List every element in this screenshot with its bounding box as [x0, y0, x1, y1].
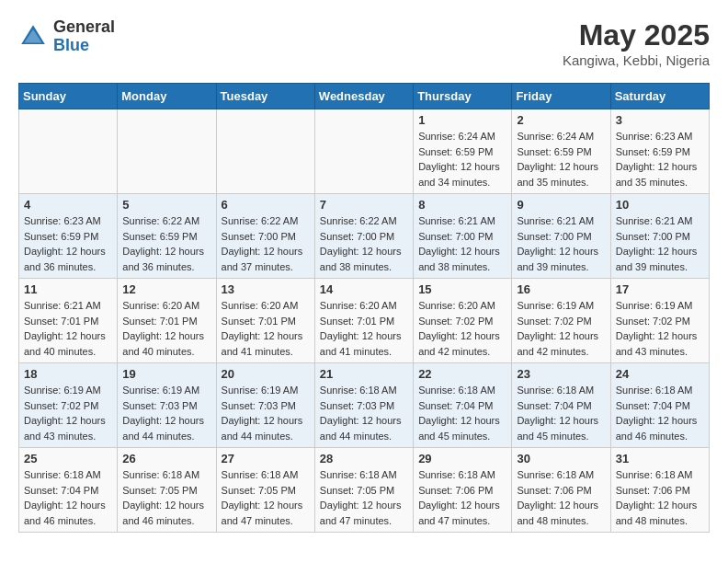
month-title: May 2025	[563, 18, 710, 52]
day-number: 21	[320, 367, 408, 381]
logo-general: General	[53, 17, 115, 36]
calendar-cell: 22Sunrise: 6:18 AM Sunset: 7:04 PM Dayli…	[414, 363, 512, 448]
day-number: 27	[222, 452, 310, 465]
calendar-week-row: 4Sunrise: 6:23 AM Sunset: 6:59 PM Daylig…	[19, 194, 710, 279]
calendar-cell	[118, 109, 216, 194]
weekday-header: Tuesday	[216, 84, 314, 109]
day-info: Sunrise: 6:19 AM Sunset: 7:03 PM Dayligh…	[222, 383, 310, 443]
calendar-week-row: 25Sunrise: 6:18 AM Sunset: 7:04 PM Dayli…	[19, 448, 710, 533]
day-number: 4	[24, 198, 112, 212]
weekday-header: Wednesday	[314, 84, 413, 109]
day-number: 19	[122, 367, 210, 381]
calendar-cell: 31Sunrise: 6:18 AM Sunset: 7:06 PM Dayli…	[610, 448, 709, 533]
calendar-cell: 13Sunrise: 6:20 AM Sunset: 7:01 PM Dayli…	[216, 279, 314, 363]
calendar-cell: 7Sunrise: 6:22 AM Sunset: 7:00 PM Daylig…	[314, 194, 413, 279]
calendar-cell: 16Sunrise: 6:19 AM Sunset: 7:02 PM Dayli…	[512, 279, 610, 363]
calendar-cell: 21Sunrise: 6:18 AM Sunset: 7:03 PM Dayli…	[314, 363, 413, 448]
calendar-cell: 25Sunrise: 6:18 AM Sunset: 7:04 PM Dayli…	[19, 448, 118, 533]
day-info: Sunrise: 6:19 AM Sunset: 7:02 PM Dayligh…	[517, 298, 605, 359]
calendar-cell: 9Sunrise: 6:21 AM Sunset: 7:00 PM Daylig…	[512, 194, 610, 279]
day-info: Sunrise: 6:20 AM Sunset: 7:01 PM Dayligh…	[222, 298, 310, 359]
calendar-cell: 4Sunrise: 6:23 AM Sunset: 6:59 PM Daylig…	[19, 194, 118, 279]
calendar-cell: 10Sunrise: 6:21 AM Sunset: 7:00 PM Dayli…	[610, 194, 709, 279]
calendar-week-row: 1Sunrise: 6:24 AM Sunset: 6:59 PM Daylig…	[19, 109, 710, 194]
calendar-cell: 2Sunrise: 6:24 AM Sunset: 6:59 PM Daylig…	[512, 109, 610, 194]
day-number: 5	[122, 198, 210, 212]
day-number: 31	[616, 452, 704, 465]
day-number: 23	[517, 367, 605, 381]
calendar-cell	[19, 109, 118, 194]
day-number: 14	[320, 282, 408, 296]
day-info: Sunrise: 6:18 AM Sunset: 7:05 PM Dayligh…	[222, 467, 310, 528]
day-number: 2	[517, 113, 605, 127]
location: Kangiwa, Kebbi, Nigeria	[563, 52, 710, 68]
day-number: 1	[418, 113, 506, 127]
calendar-cell: 15Sunrise: 6:20 AM Sunset: 7:02 PM Dayli…	[414, 279, 512, 363]
day-number: 30	[517, 452, 605, 465]
day-info: Sunrise: 6:19 AM Sunset: 7:03 PM Dayligh…	[122, 383, 210, 443]
calendar-cell: 18Sunrise: 6:19 AM Sunset: 7:02 PM Dayli…	[19, 363, 118, 448]
calendar-table: SundayMondayTuesdayWednesdayThursdayFrid…	[18, 83, 710, 533]
day-info: Sunrise: 6:18 AM Sunset: 7:04 PM Dayligh…	[418, 383, 506, 443]
calendar-cell: 1Sunrise: 6:24 AM Sunset: 6:59 PM Daylig…	[414, 109, 512, 194]
calendar-cell	[216, 109, 314, 194]
day-info: Sunrise: 6:19 AM Sunset: 7:02 PM Dayligh…	[616, 298, 704, 359]
day-number: 22	[418, 367, 506, 381]
day-info: Sunrise: 6:23 AM Sunset: 6:59 PM Dayligh…	[616, 129, 704, 190]
day-info: Sunrise: 6:21 AM Sunset: 7:00 PM Dayligh…	[616, 213, 704, 274]
day-number: 15	[418, 282, 506, 296]
day-number: 7	[320, 198, 408, 212]
calendar-cell: 8Sunrise: 6:21 AM Sunset: 7:00 PM Daylig…	[414, 194, 512, 279]
day-number: 24	[616, 367, 704, 381]
day-number: 20	[222, 367, 310, 381]
calendar-cell: 29Sunrise: 6:18 AM Sunset: 7:06 PM Dayli…	[414, 448, 512, 533]
calendar-cell: 3Sunrise: 6:23 AM Sunset: 6:59 PM Daylig…	[610, 109, 709, 194]
day-number: 17	[616, 282, 704, 296]
calendar-cell: 11Sunrise: 6:21 AM Sunset: 7:01 PM Dayli…	[19, 279, 118, 363]
title-block: May 2025 Kangiwa, Kebbi, Nigeria	[563, 18, 710, 68]
calendar-cell: 17Sunrise: 6:19 AM Sunset: 7:02 PM Dayli…	[610, 279, 709, 363]
calendar-week-row: 11Sunrise: 6:21 AM Sunset: 7:01 PM Dayli…	[19, 279, 710, 363]
day-number: 11	[24, 282, 112, 296]
calendar-cell: 5Sunrise: 6:22 AM Sunset: 6:59 PM Daylig…	[118, 194, 216, 279]
day-number: 10	[616, 198, 704, 212]
day-number: 6	[222, 198, 310, 212]
day-info: Sunrise: 6:24 AM Sunset: 6:59 PM Dayligh…	[418, 129, 506, 190]
calendar-cell: 28Sunrise: 6:18 AM Sunset: 7:05 PM Dayli…	[314, 448, 413, 533]
weekday-header: Friday	[512, 84, 610, 109]
day-number: 18	[24, 367, 112, 381]
day-info: Sunrise: 6:20 AM Sunset: 7:01 PM Dayligh…	[122, 298, 210, 359]
day-info: Sunrise: 6:18 AM Sunset: 7:04 PM Dayligh…	[616, 383, 704, 443]
calendar-header: SundayMondayTuesdayWednesdayThursdayFrid…	[19, 84, 710, 109]
day-info: Sunrise: 6:22 AM Sunset: 7:00 PM Dayligh…	[222, 213, 310, 274]
calendar-cell: 14Sunrise: 6:20 AM Sunset: 7:01 PM Dayli…	[314, 279, 413, 363]
day-info: Sunrise: 6:18 AM Sunset: 7:03 PM Dayligh…	[320, 383, 408, 443]
day-number: 16	[517, 282, 605, 296]
day-info: Sunrise: 6:24 AM Sunset: 6:59 PM Dayligh…	[517, 129, 605, 190]
calendar-cell: 30Sunrise: 6:18 AM Sunset: 7:06 PM Dayli…	[512, 448, 610, 533]
calendar-cell: 23Sunrise: 6:18 AM Sunset: 7:04 PM Dayli…	[512, 363, 610, 448]
calendar-body: 1Sunrise: 6:24 AM Sunset: 6:59 PM Daylig…	[19, 109, 710, 533]
calendar-cell: 20Sunrise: 6:19 AM Sunset: 7:03 PM Dayli…	[216, 363, 314, 448]
day-info: Sunrise: 6:18 AM Sunset: 7:05 PM Dayligh…	[320, 467, 408, 528]
day-number: 13	[222, 282, 310, 296]
page-header: General Blue May 2025 Kangiwa, Kebbi, Ni…	[18, 18, 710, 68]
day-info: Sunrise: 6:21 AM Sunset: 7:01 PM Dayligh…	[24, 298, 112, 359]
day-number: 28	[320, 452, 408, 465]
day-number: 25	[24, 452, 112, 465]
day-number: 8	[418, 198, 506, 212]
day-number: 26	[122, 452, 210, 465]
day-info: Sunrise: 6:18 AM Sunset: 7:06 PM Dayligh…	[418, 467, 506, 528]
calendar-cell: 12Sunrise: 6:20 AM Sunset: 7:01 PM Dayli…	[118, 279, 216, 363]
weekday-header: Saturday	[610, 84, 709, 109]
day-info: Sunrise: 6:22 AM Sunset: 6:59 PM Dayligh…	[122, 213, 210, 274]
day-info: Sunrise: 6:20 AM Sunset: 7:01 PM Dayligh…	[320, 298, 408, 359]
day-info: Sunrise: 6:22 AM Sunset: 7:00 PM Dayligh…	[320, 213, 408, 274]
day-info: Sunrise: 6:20 AM Sunset: 7:02 PM Dayligh…	[418, 298, 506, 359]
calendar-cell: 24Sunrise: 6:18 AM Sunset: 7:04 PM Dayli…	[610, 363, 709, 448]
day-number: 9	[517, 198, 605, 212]
weekday-header: Sunday	[19, 84, 118, 109]
calendar-cell: 6Sunrise: 6:22 AM Sunset: 7:00 PM Daylig…	[216, 194, 314, 279]
logo-icon	[18, 22, 48, 52]
day-info: Sunrise: 6:18 AM Sunset: 7:06 PM Dayligh…	[616, 467, 704, 528]
